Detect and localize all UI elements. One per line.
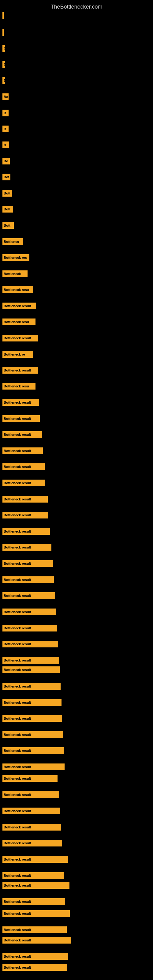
bar-item: Bottleneck re [2,351,33,358]
bar-fill: Bottleneck result [2,512,48,519]
bar-item: E [2,61,5,68]
bar-item: Bot [2,173,10,180]
bar-fill: Bottleneck resu [2,318,35,325]
bar-fill: Bottleneck result [2,882,70,889]
bar-item: Bottleneck result [2,463,45,470]
bar-fill: Bottleneck result [2,447,43,454]
bar-label: Bottleneck res [4,256,27,259]
bar-item: Bottleneck result [2,699,62,706]
bar-fill: Bott [2,206,13,213]
bar-fill: Bottleneck result [2,657,59,663]
bar-item: E [2,45,5,52]
bar-item: Bottleneck resu [2,383,35,390]
bar-item: Bottleneck result [2,791,59,798]
bar-fill: Bottleneck result [2,926,67,933]
bar-item: Bottleneck result [2,953,68,960]
bar-fill: Bot [2,173,10,180]
bar-label: Bo [4,159,8,163]
bar-label: Bottleneck result [4,939,31,942]
bar-label: Bottleneck result [4,883,31,887]
bar-fill: Bottleneck result [2,683,61,690]
bar-fill: Bottleneck result [2,496,48,503]
bar-fill: Bottleneck result [2,808,60,814]
bar-fill: Bottleneck result [2,480,45,486]
bar-item: Bottleneck result [2,683,61,690]
bar-fill: Bottleneck result [2,335,38,342]
bar-item: E [2,77,5,84]
bar-label: Bot [4,175,9,179]
bar-label: Bottleneck result [4,513,31,517]
bar-item: Bottleneck result [2,937,71,943]
bar-item: Bottleneck result [2,431,42,438]
bar-fill: Bo [2,94,9,100]
bar-label: B [4,143,6,147]
bar-item: Bottleneck result [2,367,38,374]
bar-item: Bottleneck result [2,910,70,917]
bar-label: Bottleneck resu [4,320,29,324]
bar-label: Bottleneck resu [4,288,29,291]
bar-fill: Bottleneck res [2,254,29,261]
bar-item: Bottleneck result [2,496,48,503]
bar-label: B [4,111,6,115]
bar-item: Bottleneck result [2,840,62,846]
bar-label: Bottleneck result [4,900,31,904]
bar-item: Bottleneck result [2,447,43,454]
bar-fill: Bott [2,190,12,197]
bar-fill: Bottleneck result [2,415,40,422]
bar-label: Bott [4,207,10,211]
bar-item: Bottleneck result [2,335,38,342]
bar-item: Bottleneck result [2,480,45,486]
bar-item: Bottleneck result [2,872,64,879]
bar-label: Bottleneck result [4,825,31,829]
bar-item: Bottleneck [2,270,27,277]
bar-item: Bottleneck result [2,964,67,971]
bar-fill: Bottleneck [2,270,27,277]
bar-label: Bottleneck result [4,481,31,485]
bar-item: Bottleneck result [2,528,50,535]
bar-item: B [2,142,9,148]
bar-item: Bottleneck result [2,415,40,422]
bar-fill [2,12,4,19]
bar-fill: Bottleneck result [2,431,42,438]
bar-item: Bott [2,206,13,213]
bar-label: Bottleneck result [4,610,31,614]
bar-fill: Bottleneck result [2,699,62,706]
bar-label: Bottleneck result [4,594,31,598]
bar-item: Bottleneck result [2,641,58,648]
bar-item: Bott [2,190,12,197]
bar-fill: Bottleneck result [2,544,51,550]
bar-item: Bottleneck result [2,667,60,673]
bar-fill: Bottleneck result [2,872,64,879]
bar-fill: Bottleneck result [2,641,58,648]
bar-fill: Bottleneck result [2,463,45,470]
bar-label: Bottleneck result [4,626,31,630]
bar-label: Bottleneck result [4,642,31,646]
bar-fill: B [2,110,9,116]
bar-label: Bottleneck result [4,733,31,737]
bar-item: Bottleneck result [2,898,65,905]
bar-fill: Bottleneck result [2,953,68,960]
bar-item: Bottleneck result [2,625,57,632]
bar-label: Bottleneck result [4,465,31,469]
bar-label: Bottleneck [4,272,21,275]
bar-item: Bottleneck result [2,764,65,770]
bar-fill: Bottleneck result [2,898,65,905]
bar-fill: Bottleneck result [2,775,57,782]
bar-item: Bottleneck result [2,609,56,615]
bar-item: Bottleneck result [2,856,68,863]
bar-fill: Bo [2,158,10,164]
bar-item: Bo [2,94,9,100]
bar-item: Bottlenec [2,238,23,245]
bar-fill [2,29,4,36]
bar-fill: E [2,61,5,68]
bar-item: Bottleneck result [2,808,60,814]
bar-label: Bottleneck result [4,401,31,404]
bar-item: B [2,126,9,132]
bar-label: E [4,47,5,51]
bar-item: Bottleneck result [2,747,64,754]
bar-item: Bottleneck result [2,824,61,830]
bar-fill: B [2,142,9,148]
bar-item: Bottleneck result [2,512,48,519]
bar-item: Bottleneck resu [2,318,35,325]
bar-label: Bott [4,224,10,227]
